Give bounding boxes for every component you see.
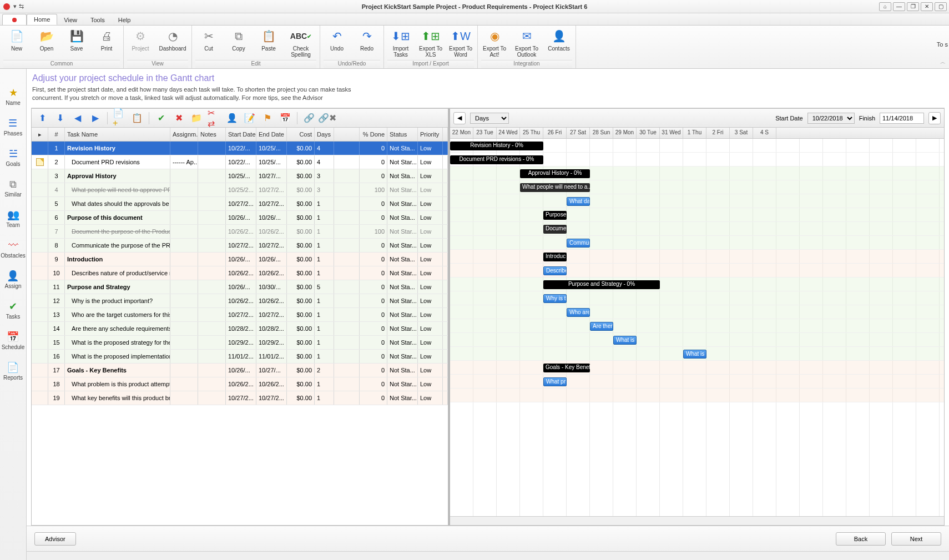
table-row[interactable]: 9Introduction10/26/...10/26/...$0.0010No… <box>32 253 448 266</box>
qat-overflow-icon[interactable]: ⇆ <box>19 3 24 10</box>
import-tasks-button[interactable]: ⬇⊞Import Tasks <box>387 27 414 60</box>
table-row[interactable]: 5What dates should the approvals be due.… <box>32 197 448 211</box>
gantt-bar[interactable]: Document PRD revisions - 0% <box>450 155 543 164</box>
table-row[interactable]: 14Are there any schedule requirements wi… <box>32 322 448 336</box>
gantt-row[interactable]: Describe <box>450 264 944 278</box>
contacts-button[interactable]: 👤Contacts <box>546 27 572 60</box>
complete-button[interactable]: ✔ <box>154 111 168 125</box>
unlink2-button[interactable]: 🔗✖ <box>320 111 334 125</box>
col-start[interactable]: Start Date <box>226 128 256 141</box>
move-down-button[interactable]: ⬇ <box>53 111 67 125</box>
nav-similar[interactable]: ⧉Similar <box>4 177 22 198</box>
new-button[interactable]: 📄New <box>3 27 30 60</box>
table-row[interactable]: 6Purpose of this document10/26/...10/26/… <box>32 211 448 225</box>
assign-button[interactable]: 👤 <box>225 111 239 125</box>
ribbon-collapse-icon[interactable]: ︿ <box>940 58 946 66</box>
link-button[interactable]: 🔗 <box>302 111 316 125</box>
gantt-row[interactable]: Are ther <box>450 319 944 333</box>
bottom-scrollbar[interactable] <box>27 551 949 560</box>
gantt-row[interactable]: Document PRD revisions - 0% <box>450 153 944 167</box>
gantt-row[interactable]: Goals - Key Benefit <box>450 361 944 375</box>
dashboard-button[interactable]: ◔Dashboard <box>157 27 188 60</box>
delete-button[interactable]: ✖ <box>171 111 186 125</box>
table-row[interactable]: 11Purpose and Strategy10/26/...10/30/...… <box>32 280 448 294</box>
tab-tools[interactable]: Tools <box>84 15 112 25</box>
flag-button[interactable]: ⚑ <box>260 111 275 125</box>
next-button[interactable]: Next <box>891 532 941 546</box>
gantt-row[interactable]: Approval History - 0% <box>450 167 944 180</box>
nav-team[interactable]: 👥Team <box>6 208 21 228</box>
scale-select[interactable]: Days <box>470 113 509 124</box>
gantt-bar[interactable]: What people will need to a... <box>520 183 590 192</box>
table-row[interactable]: 15What is the proposed strategy for the … <box>32 336 448 350</box>
back-button[interactable]: Back <box>836 532 886 546</box>
gantt-bar[interactable]: What pr <box>543 377 567 386</box>
col-status[interactable]: Status <box>387 128 418 141</box>
undo-button[interactable]: ↶Undo <box>324 27 350 60</box>
gantt-row[interactable]: Purpose <box>450 208 944 222</box>
export-outlook-button[interactable]: ✉Export To Outlook <box>511 27 542 60</box>
gantt-bar[interactable]: Why is t <box>543 294 567 303</box>
gantt-row[interactable]: What people will need to a... <box>450 180 944 194</box>
close-button[interactable]: ✕ <box>921 2 933 11</box>
new-task-button[interactable]: 📄+ <box>112 111 127 125</box>
gantt-bar[interactable]: Revision History - 0% <box>450 142 543 150</box>
nav-assign[interactable]: 👤Assign <box>4 269 21 289</box>
project-button[interactable]: ⚙Project <box>127 27 154 60</box>
gantt-bar[interactable]: Are ther <box>590 322 613 331</box>
gantt-row[interactable]: Revision History - 0% <box>450 139 944 153</box>
gantt-row[interactable] <box>450 389 944 402</box>
gantt-bar[interactable]: Who are <box>567 308 590 317</box>
col-days[interactable]: Days <box>315 128 334 141</box>
next-button[interactable]: ▶ <box>88 111 103 125</box>
table-row[interactable]: 19What key benefits will this product br… <box>32 391 448 405</box>
table-row[interactable]: 3Approval History10/25/...10/27/...$0.00… <box>32 169 448 183</box>
minimize-button[interactable]: — <box>893 2 905 11</box>
col-cost[interactable]: Cost <box>287 128 315 141</box>
nav-phases[interactable]: ☰Phases <box>4 116 22 137</box>
table-row[interactable]: 12Why is the product important?10/26/2..… <box>32 294 448 308</box>
col-pdone[interactable]: % Done <box>360 128 387 141</box>
gantt-bar[interactable]: Purpose <box>543 211 567 220</box>
export-xls-button[interactable]: ⬆⊞Export To XLS <box>417 27 444 60</box>
unlink-button[interactable]: ✂⇄ <box>207 111 221 125</box>
open-button[interactable]: 📂Open <box>33 27 60 60</box>
gantt-bar[interactable]: What is <box>683 350 706 359</box>
col-num[interactable]: # <box>48 128 65 141</box>
gantt-bar[interactable]: Approval History - 0% <box>520 169 590 178</box>
folder-button[interactable]: 📁 <box>189 111 204 125</box>
save-button[interactable]: 💾Save <box>63 27 90 60</box>
finish-date-input[interactable] <box>880 113 924 124</box>
table-row[interactable]: 17Goals - Key Benefits10/26/...10/27/...… <box>32 364 448 377</box>
qat-dropdown-icon[interactable]: ▾ <box>13 3 17 10</box>
gantt-bar[interactable]: What is <box>613 336 637 345</box>
gantt-row[interactable]: Purpose and Strategy - 0% <box>450 278 944 291</box>
gantt-bar[interactable]: Documen <box>543 225 567 234</box>
gantt-next-button[interactable]: ▶ <box>928 112 941 124</box>
move-up-button[interactable]: ⬆ <box>35 111 49 125</box>
table-row[interactable]: 13Who are the target customers for this … <box>32 308 448 322</box>
col-end[interactable]: End Date <box>256 128 287 141</box>
tab-view[interactable]: View <box>57 15 84 25</box>
gantt-row[interactable]: Documen <box>450 222 944 236</box>
note-button[interactable]: 📝 <box>243 111 257 125</box>
gantt-bar[interactable]: What da <box>567 197 590 206</box>
table-row[interactable]: 7Document the purpose of the Product R..… <box>32 225 448 239</box>
calendar-button[interactable]: 📅 <box>278 111 292 125</box>
nav-goals[interactable]: ☱Goals <box>6 147 20 167</box>
clipboard-button[interactable]: 📋 <box>130 111 144 125</box>
gantt-bar[interactable]: Introduc <box>543 253 567 261</box>
gantt-bar[interactable]: Goals - Key Benefit <box>543 364 590 372</box>
gantt-row[interactable]: What is <box>450 347 944 361</box>
gantt-prev-button[interactable]: ◀ <box>453 112 466 124</box>
gantt-body[interactable]: Revision History - 0%Document PRD revisi… <box>450 139 944 516</box>
grid-body[interactable]: 1Revision History10/22/...10/25/...$0.00… <box>32 142 448 525</box>
nav-name[interactable]: ★Name <box>6 85 21 106</box>
advisor-button[interactable]: Advisor <box>34 532 76 546</box>
gantt-row[interactable]: Who are <box>450 305 944 319</box>
nav-tasks[interactable]: ✔Tasks <box>6 299 21 320</box>
start-date-select[interactable]: 10/22/2018 <box>807 113 855 124</box>
table-row[interactable]: 1Revision History10/22/...10/25/...$0.00… <box>32 142 448 155</box>
col-task[interactable]: Task Name <box>65 128 170 141</box>
print-button[interactable]: 🖨Print <box>93 27 120 60</box>
